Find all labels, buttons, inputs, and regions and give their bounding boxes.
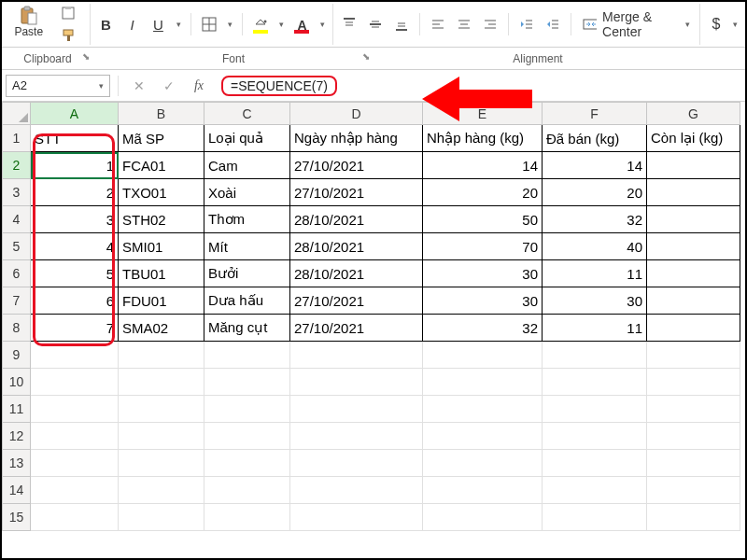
cell[interactable] — [423, 396, 543, 423]
cell[interactable]: FCA01 — [119, 152, 204, 179]
cell[interactable] — [119, 342, 204, 369]
cell[interactable] — [119, 369, 204, 396]
cell[interactable] — [31, 342, 119, 369]
cell-active[interactable]: 1 — [31, 152, 119, 179]
format-painter-button[interactable] — [58, 25, 80, 46]
underline-dropdown[interactable]: ▾ — [172, 11, 185, 37]
row-header[interactable]: 13 — [3, 450, 31, 477]
row-header[interactable]: 3 — [3, 179, 31, 206]
cell[interactable]: 30 — [543, 287, 647, 315]
cell[interactable]: 7 — [31, 315, 119, 342]
cell[interactable] — [204, 369, 290, 396]
cell[interactable] — [647, 423, 740, 450]
cell[interactable]: Măng cụt — [204, 315, 290, 342]
merge-center-button[interactable]: Merge & Center ▾ — [577, 11, 696, 37]
cell[interactable]: Thơm — [204, 206, 290, 233]
cell[interactable] — [119, 477, 204, 504]
cell[interactable] — [647, 233, 740, 260]
bold-button[interactable]: B — [93, 11, 118, 37]
increase-indent-button[interactable] — [541, 11, 565, 37]
row-header[interactable]: 6 — [3, 260, 31, 287]
cell[interactable] — [290, 504, 423, 531]
font-color-button[interactable]: A — [289, 11, 314, 37]
row-header[interactable]: 9 — [3, 342, 31, 369]
cell[interactable]: 4 — [31, 233, 119, 260]
cell[interactable] — [423, 450, 543, 477]
underline-button[interactable]: U — [146, 11, 170, 37]
cell[interactable]: 28/10/2021 — [290, 206, 423, 233]
borders-dropdown[interactable]: ▾ — [223, 11, 236, 37]
select-all-corner[interactable] — [3, 103, 31, 125]
column-header[interactable]: F — [543, 103, 647, 125]
cell[interactable] — [543, 396, 647, 423]
cell[interactable] — [647, 206, 740, 233]
column-header[interactable]: E — [423, 103, 543, 125]
cell[interactable]: 3 — [31, 206, 119, 233]
row-header[interactable]: 8 — [3, 315, 31, 342]
column-header[interactable]: C — [204, 103, 290, 125]
align-center-button[interactable] — [452, 11, 476, 37]
cell[interactable]: 14 — [543, 152, 647, 179]
cell[interactable] — [290, 450, 423, 477]
cell[interactable] — [423, 342, 543, 369]
cell[interactable] — [543, 369, 647, 396]
fill-color-button[interactable] — [248, 11, 273, 37]
cell[interactable] — [423, 369, 543, 396]
cell[interactable]: STH02 — [119, 206, 204, 233]
cell[interactable] — [647, 477, 740, 504]
cell[interactable] — [204, 423, 290, 450]
align-top-button[interactable] — [337, 11, 361, 37]
cell[interactable] — [543, 504, 647, 531]
cell[interactable]: TXO01 — [119, 179, 204, 206]
row-header[interactable]: 2 — [3, 152, 31, 179]
cell[interactable] — [204, 396, 290, 423]
cell[interactable]: 27/10/2021 — [290, 152, 423, 179]
currency-button[interactable]: $ — [704, 11, 728, 37]
cell[interactable]: 14 — [423, 152, 543, 179]
cell[interactable]: Loại quả — [204, 125, 290, 152]
cell[interactable]: 28/10/2021 — [290, 260, 423, 287]
cancel-formula-button[interactable]: ✕ — [126, 75, 152, 97]
currency-dropdown[interactable]: ▾ — [728, 11, 741, 37]
align-middle-button[interactable] — [363, 11, 388, 37]
cell[interactable]: 6 — [31, 287, 119, 315]
chevron-down-icon[interactable]: ▾ — [99, 81, 104, 91]
cell[interactable]: 11 — [543, 260, 647, 287]
row-header[interactable]: 12 — [3, 423, 31, 450]
cell[interactable] — [119, 423, 204, 450]
cell[interactable]: 2 — [31, 179, 119, 206]
column-header[interactable]: D — [290, 103, 423, 125]
cell[interactable] — [647, 396, 740, 423]
cell[interactable] — [647, 315, 740, 342]
row-header[interactable]: 7 — [3, 287, 31, 315]
align-left-button[interactable] — [426, 11, 450, 37]
cell[interactable] — [647, 260, 740, 287]
paste-button[interactable]: Paste — [6, 3, 52, 46]
align-bottom-button[interactable] — [389, 11, 414, 37]
cell[interactable] — [647, 287, 740, 315]
row-header[interactable]: 4 — [3, 206, 31, 233]
cell[interactable] — [204, 450, 290, 477]
cell[interactable]: 32 — [423, 315, 543, 342]
dialog-launcher-icon[interactable]: ⬊ — [362, 51, 370, 62]
cell[interactable] — [31, 369, 119, 396]
cell[interactable]: TBU01 — [119, 260, 204, 287]
cell[interactable] — [290, 477, 423, 504]
cell[interactable]: 30 — [423, 287, 543, 315]
cell[interactable]: 20 — [423, 179, 543, 206]
cell[interactable] — [647, 342, 740, 369]
cell[interactable]: 30 — [423, 260, 543, 287]
cell[interactable]: STT — [31, 125, 119, 152]
cell[interactable] — [423, 477, 543, 504]
formula-input[interactable]: =SEQUENCE(7) — [216, 75, 741, 97]
cell[interactable] — [31, 504, 119, 531]
cell[interactable] — [119, 396, 204, 423]
cell[interactable]: 20 — [543, 179, 647, 206]
cell[interactable] — [290, 369, 423, 396]
italic-button[interactable]: I — [120, 11, 144, 37]
font-color-dropdown[interactable]: ▾ — [316, 11, 329, 37]
cell[interactable]: FDU01 — [119, 287, 204, 315]
cell[interactable] — [31, 396, 119, 423]
cell[interactable] — [647, 450, 740, 477]
cell[interactable]: 5 — [31, 260, 119, 287]
